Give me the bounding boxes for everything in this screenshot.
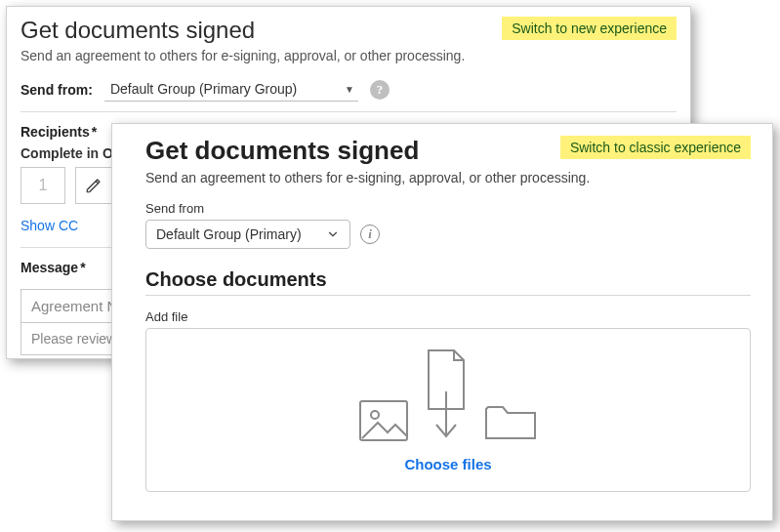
folder-icon bbox=[483, 399, 538, 442]
document-download-icon bbox=[423, 348, 470, 442]
divider bbox=[21, 111, 677, 112]
choose-documents-heading: Choose documents bbox=[145, 268, 751, 291]
switch-to-new-link[interactable]: Switch to new experience bbox=[502, 17, 677, 40]
choose-files-link[interactable]: Choose files bbox=[404, 456, 491, 472]
help-icon[interactable]: i bbox=[360, 225, 380, 244]
caret-down-icon: ▼ bbox=[345, 84, 354, 95]
edit-recipient-button[interactable] bbox=[75, 167, 112, 204]
svg-point-1 bbox=[371, 411, 379, 419]
dropzone-icons bbox=[358, 348, 538, 442]
file-dropzone[interactable]: Choose files bbox=[145, 328, 751, 492]
pencil-icon bbox=[85, 177, 103, 194]
send-from-label-modern: Send from bbox=[145, 201, 751, 216]
send-from-value-modern: Default Group (Primary) bbox=[156, 226, 302, 242]
add-file-label: Add file bbox=[145, 309, 751, 324]
help-icon[interactable]: ? bbox=[370, 80, 390, 100]
send-from-value-classic: Default Group (Primary Group) bbox=[110, 81, 297, 97]
send-from-select-classic[interactable]: Default Group (Primary Group) ▼ bbox=[104, 77, 358, 102]
image-icon bbox=[358, 399, 409, 442]
modern-page-subtitle: Send an agreement to others for e-signin… bbox=[145, 170, 751, 185]
modern-panel: Switch to classic experience Get documen… bbox=[111, 123, 773, 521]
send-from-label-classic: Send from: bbox=[21, 82, 93, 98]
divider bbox=[145, 295, 751, 296]
switch-to-classic-link[interactable]: Switch to classic experience bbox=[560, 136, 751, 159]
send-from-select-modern[interactable]: Default Group (Primary) bbox=[145, 220, 350, 249]
classic-page-subtitle: Send an agreement to others for e-signin… bbox=[21, 48, 677, 63]
recipient-order-field[interactable]: 1 bbox=[21, 167, 65, 204]
chevron-down-icon bbox=[326, 227, 340, 241]
